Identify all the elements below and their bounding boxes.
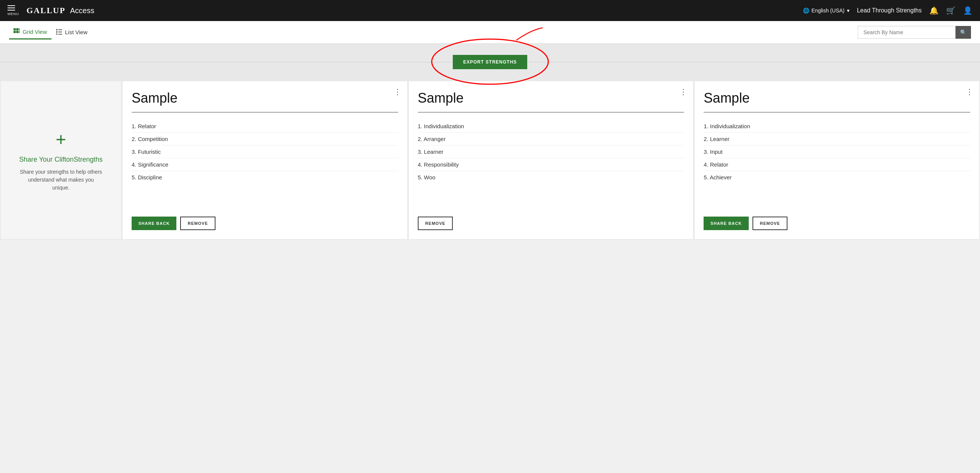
strength-item: 4. Significance [132,158,398,171]
share-back-button-3[interactable]: SHARE BACK [703,217,748,230]
app-name: Access [70,6,94,15]
card-actions-3: SHARE BACK REMOVE [703,217,788,230]
strength-item: 1. Relator [132,120,398,133]
strength-card-1: ⋮ Sample 1. Relator 2. Competition 3. Fu… [123,81,407,239]
svg-rect-0 [14,28,16,30]
strength-item: 4. Relator [703,158,970,171]
card-name-3: Sample [703,90,970,106]
svg-point-6 [56,29,57,30]
strength-item: 3. Futuristic [132,146,398,158]
svg-rect-4 [16,31,18,33]
header-left: MENU GALLUP Access [8,5,94,16]
strength-item: 5. Discipline [132,171,398,184]
grid-view-label: Grid View [22,29,47,35]
language-label: English (USA) [811,8,845,14]
card-strengths-1: 1. Relator 2. Competition 3. Futuristic … [132,120,398,184]
strength-item: 3. Learner [418,146,684,158]
svg-rect-3 [14,31,16,33]
strength-item: 2. Arranger [418,133,684,146]
menu-label: MENU [8,12,19,16]
gallup-logo: GALLUP [27,6,66,16]
menu-button[interactable]: MENU [8,5,19,16]
list-view-label: List View [65,29,88,35]
cart-icon[interactable]: 🛒 [946,6,956,15]
svg-rect-2 [19,28,19,30]
export-strengths-button[interactable]: EXPORT STRENGTHS [453,55,528,69]
card-menu-button-1[interactable]: ⋮ [394,87,401,96]
strength-item: 5. Woo [418,171,684,184]
search-area: 🔍 [858,26,971,39]
cards-container: + Share Your CliftonStrengths Share your… [0,81,980,240]
strength-card-2: ⋮ Sample 1. Individualization 2. Arrange… [409,81,694,239]
svg-rect-9 [58,32,62,32]
add-card-description: Share your strengths to help others unde… [19,168,102,192]
strength-item: 3. Input [703,146,970,158]
remove-button-1[interactable]: REMOVE [180,217,215,230]
grid-icon [14,28,19,35]
strength-item: 5. Achiever [703,171,970,184]
strength-item: 1. Individualization [418,120,684,133]
card-divider-3 [703,112,970,113]
card-menu-button-2[interactable]: ⋮ [679,87,687,96]
language-selector[interactable]: 🌐 English (USA) ▾ [803,8,850,14]
strength-item: 4. Responsibility [418,158,684,171]
add-card: + Share Your CliftonStrengths Share your… [1,81,121,239]
card-divider-2 [418,112,684,113]
app-header: MENU GALLUP Access 🌐 English (USA) ▾ Lea… [0,0,980,21]
globe-icon: 🌐 [803,8,809,14]
card-actions-2: REMOVE [418,217,453,230]
strength-item: 2. Learner [703,133,970,146]
lead-through-label: Lead Through Strengths [857,7,922,14]
card-strengths-2: 1. Individualization 2. Arranger 3. Lear… [418,120,684,184]
svg-rect-11 [58,34,62,35]
grid-view-button[interactable]: Grid View [9,25,51,40]
remove-button-3[interactable]: REMOVE [752,217,788,230]
header-right: 🌐 English (USA) ▾ Lead Through Strengths… [803,6,972,15]
export-bar: EXPORT STRENGTHS [0,44,980,81]
remove-button-2[interactable]: REMOVE [418,217,453,230]
card-menu-button-3[interactable]: ⋮ [966,87,973,96]
add-card-title: Share Your CliftonStrengths [19,156,103,163]
svg-point-10 [56,33,57,35]
list-icon [56,29,62,36]
svg-rect-1 [16,28,18,30]
strength-item: 2. Competition [132,133,398,146]
search-input[interactable] [858,26,956,39]
chevron-down-icon: ▾ [847,8,850,14]
card-strengths-3: 1. Individualization 2. Learner 3. Input… [703,120,970,184]
svg-rect-7 [58,29,62,30]
toolbar: Grid View List View 🔍 [0,21,980,44]
card-name-2: Sample [418,90,684,106]
add-icon[interactable]: + [56,129,66,150]
svg-rect-5 [19,31,19,33]
strength-item: 1. Individualization [703,120,970,133]
search-button[interactable]: 🔍 [956,26,971,39]
strength-card-3: ⋮ Sample 1. Individualization 2. Learner… [695,81,979,239]
svg-point-8 [56,31,57,33]
notifications-icon[interactable]: 🔔 [929,6,939,15]
card-divider-1 [132,112,398,113]
share-back-button-1[interactable]: SHARE BACK [132,217,177,230]
card-name-1: Sample [132,90,398,106]
user-icon[interactable]: 👤 [963,6,972,15]
list-view-button[interactable]: List View [51,25,92,39]
card-actions-1: SHARE BACK REMOVE [132,217,215,230]
